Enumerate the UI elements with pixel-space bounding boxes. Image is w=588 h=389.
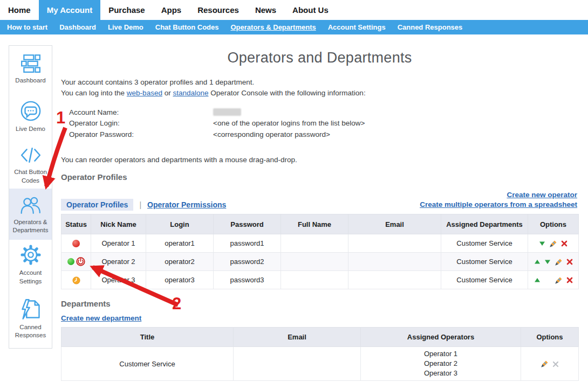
assigned-departments-cell: Customer Service	[441, 234, 528, 253]
sidebar-item-canned-responses[interactable]: Canned Responses	[9, 289, 52, 348]
subnav-item-dashboard[interactable]: Dashboard	[53, 20, 102, 34]
assigned-operator: Operator 2	[363, 359, 518, 369]
login-cell: operator1	[146, 234, 214, 253]
password-cell: password1	[214, 234, 281, 253]
account-sub-navigation: How to start Dashboard Live Demo Chat Bu…	[0, 20, 588, 34]
status-online-icon	[67, 258, 74, 265]
sidebar-label: Account Settings	[10, 269, 51, 285]
title-cell: Customer Service	[61, 347, 234, 381]
edit-icon[interactable]	[555, 276, 563, 284]
intro-line-1: Your account contains 3 operator profile…	[61, 77, 366, 88]
status-cell	[61, 253, 91, 271]
col-title: Title	[61, 328, 234, 347]
sidebar: Dashboard Live Demo Chat Button Codes	[9, 45, 52, 349]
account-name-redacted-value	[213, 108, 241, 116]
sidebar-item-live-demo[interactable]: Live Demo	[9, 92, 52, 141]
login-cell: operator2	[146, 253, 214, 271]
edit-icon[interactable]	[541, 360, 549, 368]
standalone-link[interactable]: standalone	[173, 89, 208, 97]
sidebar-label: Chat Button Codes	[10, 168, 51, 184]
account-name-row: Account Name:	[69, 107, 365, 118]
delete-disabled-icon	[552, 361, 559, 367]
departments-table-header-row: Title Email Assigned Operators Options	[61, 328, 579, 347]
top-navigation: Home My Account Purchase Apps Resources …	[0, 0, 588, 20]
edit-icon[interactable]	[555, 258, 563, 266]
operator-password-label: Operator Password:	[69, 130, 213, 138]
create-multiple-operators-link[interactable]: Create multiple operators from a spreads…	[420, 200, 577, 209]
email-cell	[348, 234, 441, 253]
move-down-icon[interactable]	[539, 241, 545, 246]
col-login: Login	[146, 214, 214, 234]
assigned-departments-cell: Customer Service	[441, 271, 528, 289]
chat-button-codes-icon	[19, 145, 43, 165]
subnav-item-account-settings[interactable]: Account Settings	[322, 20, 392, 34]
topnav-item-my-account[interactable]: My Account	[39, 0, 100, 20]
create-new-operator-link[interactable]: Create new operator	[507, 191, 577, 199]
col-email: Email	[234, 328, 361, 347]
col-options: Options	[528, 214, 579, 234]
canned-responses-icon	[19, 298, 42, 321]
assigned-operator: Operator 3	[363, 369, 518, 378]
sidebar-item-operators-departments[interactable]: Operators & Departments	[9, 189, 52, 240]
subnav-item-live-demo[interactable]: Live Demo	[102, 20, 149, 34]
operator-row-2: Operator 2 operator2 password2 Customer …	[61, 253, 579, 271]
move-down-icon[interactable]	[544, 259, 551, 265]
delete-icon[interactable]	[561, 240, 568, 247]
edit-icon[interactable]	[549, 240, 557, 248]
topnav-item-home[interactable]: Home	[0, 0, 39, 20]
sidebar-item-chat-button-codes[interactable]: Chat Button Codes	[9, 141, 52, 189]
nick-name-cell: Operator 1	[91, 234, 146, 253]
operator-login-value: <one of the operator logins from the lis…	[213, 119, 365, 127]
operator-login-label: Operator Login:	[69, 119, 213, 127]
create-new-department-link[interactable]: Create new department	[61, 314, 141, 322]
col-assigned-operators: Assigned Operators	[361, 328, 521, 347]
subnav-item-canned-responses[interactable]: Canned Responses	[392, 20, 469, 34]
topnav-item-apps[interactable]: Apps	[153, 0, 190, 20]
subnav-item-operators-departments[interactable]: Operators & Departments	[225, 20, 322, 34]
topnav-item-news[interactable]: News	[247, 0, 284, 20]
password-cell: password3	[214, 271, 281, 289]
options-cell	[528, 234, 579, 253]
full-name-cell	[281, 271, 348, 289]
delete-icon[interactable]	[566, 277, 573, 283]
tab-operator-permissions[interactable]: Operator Permissions	[147, 200, 226, 209]
status-cell	[61, 234, 91, 253]
delete-icon[interactable]	[566, 259, 573, 265]
col-email: Email	[348, 214, 441, 234]
col-assigned-departments: Assigned Departments	[441, 214, 528, 234]
create-new-department-wrap: Create new department	[61, 314, 141, 322]
tab-operator-profiles[interactable]: Operator Profiles	[61, 199, 133, 211]
operator-profiles-table: Status Nick Name Login Password Full Nam…	[61, 214, 579, 289]
subnav-item-how-to-start[interactable]: How to start	[1, 20, 53, 34]
subnav-item-chat-button-codes[interactable]: Chat Button Codes	[149, 20, 225, 34]
console-login-info: Account Name: Operator Login: <one of th…	[69, 107, 365, 140]
move-up-icon[interactable]	[534, 259, 541, 265]
nick-name-cell: Operator 3	[91, 271, 146, 289]
sidebar-label: Dashboard	[15, 77, 45, 85]
move-up-icon[interactable]	[534, 277, 541, 283]
departments-heading: Departments	[61, 299, 111, 308]
nick-name-cell: Operator 2	[91, 253, 146, 271]
operator-row-3: Operator 3 operator3 password3 Customer …	[61, 271, 579, 289]
email-cell	[348, 253, 441, 271]
annotation-step-1: 1	[56, 108, 65, 128]
login-cell: operator3	[146, 271, 214, 289]
assigned-operator: Operator 1	[363, 349, 518, 359]
department-row-1: Customer Service Operator 1 Operator 2 O…	[61, 347, 579, 381]
operator-row-1: Operator 1 operator1 password1 Customer …	[61, 234, 579, 253]
live-demo-icon	[19, 100, 42, 122]
assigned-departments-cell: Customer Service	[441, 253, 528, 271]
sidebar-label: Live Demo	[16, 125, 45, 133]
intro-line-2: You can log into the web-based or standa…	[61, 88, 366, 99]
reorder-note: You can reorder operators and department…	[61, 156, 297, 164]
full-name-cell	[281, 234, 348, 253]
web-based-link[interactable]: web-based	[127, 89, 162, 97]
topnav-item-purchase[interactable]: Purchase	[100, 0, 153, 20]
sidebar-item-dashboard[interactable]: Dashboard	[9, 46, 52, 92]
full-name-cell	[281, 253, 348, 271]
topnav-item-resources[interactable]: Resources	[189, 0, 247, 20]
topnav-item-about-us[interactable]: About Us	[284, 0, 337, 20]
sidebar-item-account-settings[interactable]: Account Settings	[9, 240, 52, 289]
operators-departments-icon	[19, 194, 43, 216]
logout-power-icon[interactable]	[76, 257, 85, 266]
